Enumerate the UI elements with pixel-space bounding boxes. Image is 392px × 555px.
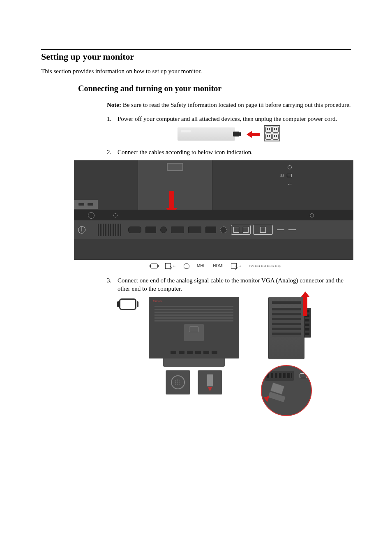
usb-port-icon [287, 174, 292, 177]
step-text: Connect the cables according to below ic… [118, 148, 351, 156]
step-number: 3. [107, 276, 118, 284]
note-text: Be sure to read the Safety information l… [121, 102, 351, 108]
usb-port-cluster [231, 225, 273, 235]
figure-port-layout: SS ⇐ [74, 160, 351, 269]
hdmi-label: HDMI [213, 263, 224, 269]
step-number: 2. [107, 148, 118, 156]
usb-upstream-icon: ▭ [270, 264, 274, 268]
left-side-ports [74, 200, 98, 209]
screw-icon [310, 213, 314, 217]
blank-slot-icon [288, 229, 296, 230]
mhl-port-icon [171, 227, 184, 233]
step-number: 1. [107, 115, 118, 123]
note-block: Note: Be sure to read the Safety informa… [107, 101, 351, 109]
step-text: Connect one end of the analog signal cab… [118, 276, 351, 293]
plug-in-arrow-icon [263, 394, 269, 402]
usb-arrow-icon: ⇐ [255, 264, 258, 268]
unplug-arrow-icon [247, 131, 252, 138]
cable-pin-icon [198, 370, 222, 395]
computer-tower-diagram [251, 297, 321, 416]
blank-slot-icon [277, 229, 284, 230]
vga-zoom-circle [261, 365, 312, 416]
computer-icon [178, 127, 235, 141]
dp-out-label-icon [231, 263, 237, 269]
displayport-out-icon [205, 227, 216, 233]
usb-ss-label: SS [280, 173, 284, 178]
intro-text: This section provides information on how… [41, 68, 351, 75]
mhl-label: MHL [197, 263, 205, 269]
vga-label-icon [150, 264, 158, 268]
figure-vga-connection: lenovo [119, 297, 321, 416]
spacer-icon [220, 227, 227, 233]
usb-ss-label: SS [249, 264, 254, 268]
displayport-in-icon [145, 227, 156, 233]
side-port-column: SS ⇐ [280, 165, 292, 187]
power-inlet-icon [78, 226, 85, 234]
lock-icon: ⎋ [278, 264, 280, 268]
vga-connector-face-icon [166, 370, 190, 395]
usb-trident-icon: ⇐ [288, 182, 292, 187]
step-text: Power off your computer and all attached… [118, 115, 351, 123]
brand-label: lenovo [153, 299, 161, 303]
monitor-stand-neck-icon [138, 160, 212, 210]
hdmi-port-icon [188, 227, 201, 233]
note-label: Note: [107, 102, 121, 108]
vga-symbol-icon [119, 298, 136, 310]
screw-icon [113, 213, 118, 217]
vga-port-icon [128, 227, 141, 233]
dp-in-label-icon [165, 263, 171, 269]
wall-outlet-icon [264, 125, 280, 141]
vent-grille-icon [98, 224, 122, 236]
connect-up-arrow-icon [303, 296, 307, 316]
figure-unplug-power [107, 127, 351, 141]
audio-jack-icon [160, 227, 167, 233]
power-plug-icon [233, 132, 239, 136]
usb-arrow-icon: ⇐ [261, 264, 264, 268]
usb-arrow-icon: ⇐ [274, 264, 278, 268]
insert-arrow-icon [169, 191, 174, 209]
monitor-rear-diagram: lenovo [149, 297, 239, 395]
usb-arrow-icon: ⇐ [267, 264, 270, 268]
headphone-label-icon [184, 263, 189, 269]
subsection-title: Connecting and turning on your monitor [78, 84, 351, 93]
headphone-jack-icon [288, 165, 292, 169]
section-title: Setting up your monitor [41, 51, 351, 62]
port-label-row: ← MHL HDMI → SS⇐1 ⇐2 ⇐ ▭ ⇐ ⎋ [74, 260, 351, 269]
